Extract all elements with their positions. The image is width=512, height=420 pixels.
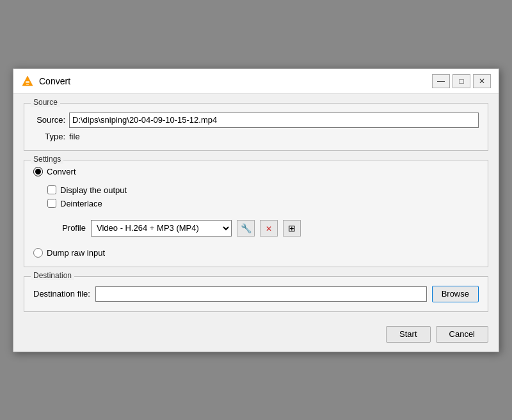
x-icon [266,223,272,233]
browse-button[interactable]: Browse [432,286,479,302]
destination-input[interactable] [95,286,427,302]
minimize-button[interactable]: — [432,74,450,88]
profile-list-button[interactable] [283,220,301,237]
cancel-button[interactable]: Cancel [436,326,488,343]
dialog-body: Source Source: Type: file Settings Conve… [13,94,499,321]
source-section: Source Source: Type: file [24,103,488,151]
profile-delete-button[interactable] [260,220,278,237]
profile-row: Profile Video - H.264 + MP3 (MP4) Video … [47,220,479,237]
convert-dialog: Convert — □ ✕ Source Source: Type: file … [13,68,499,352]
convert-radio[interactable] [33,167,43,176]
dest-file-label: Destination file: [33,289,90,299]
profile-label: Profile [47,223,86,233]
convert-radio-row: Convert [33,167,479,176]
source-row: Source: [33,113,479,128]
type-label: Type: [33,132,65,141]
dialog-title: Convert [39,76,432,86]
profile-select[interactable]: Video - H.264 + MP3 (MP4) Video - H.265 … [91,220,232,237]
type-value: file [69,132,80,141]
deinterlace-row: Deinterlace [47,199,479,208]
svg-rect-2 [26,84,29,85]
close-button[interactable]: ✕ [473,74,491,88]
wrench-icon [241,223,252,233]
source-group-label: Source [31,98,60,107]
vlc-icon [21,75,34,88]
destination-section: Destination Destination file: Browse [24,276,488,312]
grid-icon [288,223,296,233]
title-bar: Convert — □ ✕ [13,69,499,94]
display-output-checkbox[interactable] [47,185,56,194]
maximize-button[interactable]: □ [452,74,470,88]
display-output-label[interactable]: Display the output [60,185,127,195]
convert-radio-label[interactable]: Convert [47,167,76,176]
dialog-footer: Start Cancel [13,321,499,352]
settings-section: Settings Convert Display the output Dein… [24,160,488,267]
source-input[interactable] [69,113,479,128]
window-controls: — □ ✕ [432,74,491,88]
type-row: Type: file [33,132,479,141]
settings-radio-group: Convert Display the output Deinterlace P [33,167,479,258]
deinterlace-label[interactable]: Deinterlace [60,199,102,208]
destination-group-label: Destination [31,271,74,280]
destination-row: Destination file: Browse [33,286,479,302]
source-label: Source: [33,115,65,125]
settings-group-label: Settings [31,155,63,164]
deinterlace-checkbox[interactable] [47,199,56,208]
dump-raw-label[interactable]: Dump raw input [47,248,105,258]
dump-raw-radio[interactable] [33,248,43,258]
display-output-row: Display the output [47,185,479,195]
convert-options: Display the output Deinterlace [47,185,479,208]
dump-raw-radio-row: Dump raw input [33,248,479,258]
svg-rect-1 [26,81,29,83]
start-button[interactable]: Start [386,326,430,343]
profile-edit-button[interactable] [237,220,255,237]
